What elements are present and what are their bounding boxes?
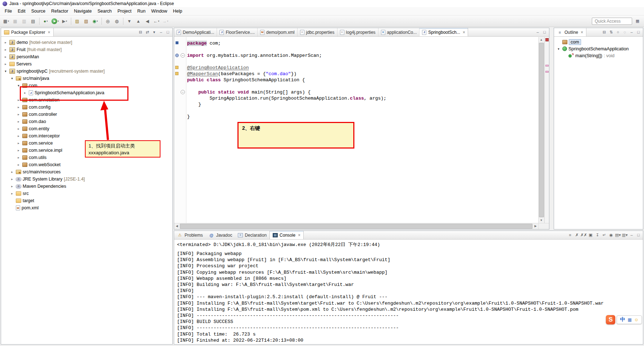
forward-button[interactable]: →▾ [161,17,170,26]
external-tools-button[interactable]: ▶▾ [60,17,69,26]
outline-tab[interactable]: ≡ Outline × [554,28,586,36]
next-annotation-button[interactable]: ▼ [125,17,134,26]
outline-item-main-string[interactable]: Smain(String[]) : void [554,52,643,59]
editor-tab-applicationco[interactable]: XapplicationCo... [378,28,420,36]
close-icon[interactable]: × [581,30,583,35]
vscroll-thumb[interactable] [539,43,544,217]
menu-edit[interactable]: Edit [15,8,28,15]
fold-collapse-icon[interactable]: − [181,90,185,94]
editor-tab-log4j-properties[interactable]: ≡log4j.properties [337,28,378,36]
editor-tab-springbootsch[interactable]: JSpringbootSch...× [419,28,468,36]
outline-item-springbootschemaapplication[interactable]: ▾SpringbootSchemaApplication [554,45,643,52]
tree-item-maven-dependencies[interactable]: ▸▤Maven Dependencies [1,183,172,190]
tree-item-com[interactable]: ▾com [1,82,172,89]
tree-item-com-interceptor[interactable]: ▸com.interceptor [1,132,172,140]
chevron-right-icon[interactable]: ▸ [16,149,21,152]
chevron-right-icon[interactable]: ▸ [16,120,21,123]
quick-access-input[interactable]: Quick Access [592,18,632,25]
menu-help[interactable]: Help [170,8,185,15]
tree-item-springbootschemaapplication-java[interactable]: ▸JSpringbootSchemaApplication.java [1,89,172,96]
menu-navigate[interactable]: Navigate [71,8,95,15]
run-button[interactable]: ▶▾ [50,17,60,26]
ime-emoji-icon[interactable]: ☺ [634,317,639,322]
editor-vscrollbar[interactable]: ▲ ▼ [538,37,544,223]
sort-button[interactable]: ⇅ [608,29,614,36]
open-console-button[interactable]: ▥▾ [621,232,628,238]
menu-source[interactable]: Source [28,8,49,15]
code-viewport[interactable]: −− package com; import org.mybatis.sprin… [174,37,538,223]
close-icon[interactable]: × [48,30,50,35]
chevron-right-icon[interactable]: ▸ [16,98,21,102]
menu-refactor[interactable]: Refactor [48,8,71,15]
minimize-button[interactable]: – [534,29,541,36]
overview-error-marker-icon[interactable] [545,38,549,41]
chevron-right-icon[interactable]: ▸ [16,163,21,167]
chevron-right-icon[interactable]: ▸ [3,41,8,44]
chevron-right-icon[interactable]: ▸ [3,48,8,51]
menu-window[interactable]: Window [148,8,170,15]
chevron-right-icon[interactable]: ▸ [3,55,8,59]
chevron-right-icon[interactable]: ▸ [10,192,14,195]
save-button[interactable]: ▦ [11,17,19,26]
fold-collapse-icon[interactable]: − [181,53,185,58]
clear-console-button[interactable]: ▣ [587,232,594,238]
chevron-right-icon[interactable]: ▸ [3,62,8,66]
previous-annotation-button[interactable]: ▲ [134,17,143,26]
chevron-right-icon[interactable]: ▸ [16,156,21,159]
sogou-logo-icon[interactable]: S [606,315,615,324]
chevron-right-icon[interactable]: ▸ [16,113,21,116]
hide-fields-button[interactable]: ○ [614,29,621,36]
tree-item-src-main-java[interactable]: ▾src/main/java [1,75,172,82]
open-perspective-icon[interactable]: ▦ [634,18,641,25]
overview-occurrence-marker-icon[interactable] [545,65,549,67]
editor-tab-demo-pom-xml[interactable]: Mdemo/pom.xml [258,28,298,36]
tree-item-jre-system-library[interactable]: ▸▤JRE System Library [J2SE-1.4] [1,176,172,183]
menu-project[interactable]: Project [115,8,135,15]
hide-static-members-button[interactable]: ◌ [621,29,628,36]
code-area[interactable]: package com; import org.mybatis.spring.a… [187,40,538,120]
chevron-down-icon[interactable]: ▾ [16,84,21,87]
chevron-right-icon[interactable]: ▸ [16,134,21,138]
link-with-editor-button[interactable]: ⇄ [144,29,151,36]
console-view-tab-problems[interactable]: ⚠Problems [174,231,206,239]
collapse-all-button[interactable]: ⊟ [601,29,608,36]
editor-tab-jdbc-properties[interactable]: ≡jdbc.properties [298,28,337,36]
save-all-button[interactable]: ▥ [20,17,28,26]
new-java-package-button[interactable]: ▧ [82,17,91,26]
maximize-button[interactable]: □ [635,29,642,36]
tree-item-personman[interactable]: ▸JpersonMan [1,53,172,60]
tree-item-target[interactable]: target [1,197,172,204]
chevron-down-icon[interactable]: ▾ [3,69,8,73]
word-wrap-button[interactable]: ↵ [601,232,608,238]
chevron-right-icon[interactable]: ▸ [10,170,14,174]
view-menu-button[interactable]: ▾ [151,29,158,36]
chevron-right-icon[interactable]: ▸ [23,91,27,95]
close-icon[interactable]: × [463,30,465,35]
tree-item-demo[interactable]: ▸Jdemo [hotel-service master] [1,39,172,46]
last-edit-location-button[interactable]: ◀ [143,17,152,26]
minimize-button[interactable]: – [158,29,164,36]
debug-button[interactable]: ●▾ [41,17,50,26]
new-java-project-button[interactable]: ▨ [73,17,82,26]
scroll-lock-button[interactable]: ↧ [594,232,601,238]
tree-item-com-config[interactable]: ▸com.config [1,104,172,111]
display-selected-console-button[interactable]: ▤▾ [614,232,621,238]
package-explorer-tab[interactable]: Package Explorer × [1,28,54,36]
new-class-button[interactable]: ◉▾ [91,17,100,26]
chevron-right-icon[interactable]: ▸ [10,177,14,181]
tree-item-src-main-resources[interactable]: ▸src/main/resources [1,168,172,176]
scroll-up-icon[interactable]: ▲ [539,37,544,42]
tree-item-fruit[interactable]: ▸JFruit [fruit-mall master] [1,46,172,53]
chevron-right-icon[interactable]: ▸ [16,105,21,109]
outline-item-com[interactable]: com [554,38,643,45]
tree-item-com-controller[interactable]: ▸com.controller [1,111,172,118]
close-icon[interactable]: × [298,233,300,238]
minimize-button[interactable]: – [628,29,635,36]
chevron-right-icon[interactable]: ▸ [16,127,21,131]
print-button[interactable]: ▤ [29,17,37,26]
console-view-tab-declaration[interactable]: ≡Declaration [235,231,269,239]
tree-item-com-annotation[interactable]: ▸com.annotation [1,96,172,104]
remove-all-launches-button[interactable]: ✗✗ [580,232,587,238]
back-button[interactable]: ←▾ [152,17,161,26]
pin-console-button[interactable]: ◉ [608,232,614,238]
